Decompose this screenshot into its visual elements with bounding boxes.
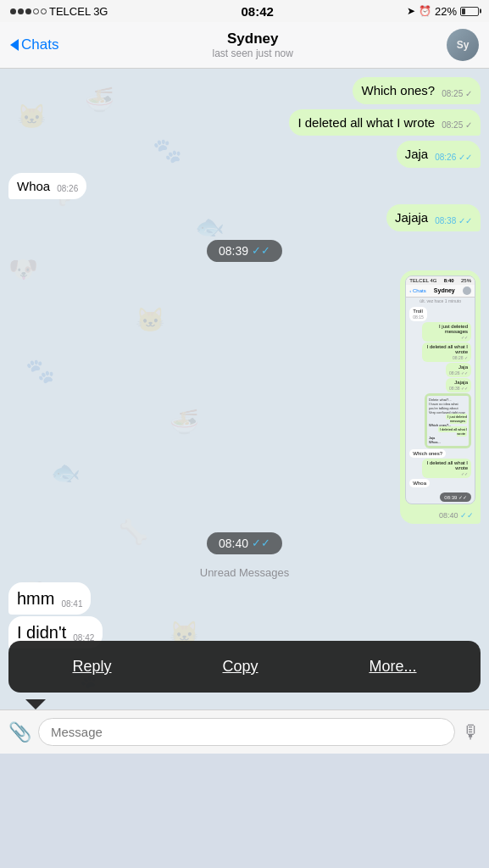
- bubble-inner: I didn't 08:42: [17, 621, 94, 643]
- voice-icon[interactable]: 🎙: [462, 721, 481, 743]
- tick-icon: ✓✓: [252, 537, 270, 549]
- message-bubble[interactable]: Whoa 08:26: [8, 173, 86, 200]
- screenshot-timestamp: 08:40 ✓✓: [400, 509, 481, 524]
- ss-avatar: [463, 287, 471, 295]
- context-menu-bar: Reply Copy More...: [8, 641, 481, 693]
- ss-time: 8:40: [444, 278, 454, 283]
- message-time: 08:26: [57, 183, 78, 194]
- ss-bubble: Whoa: [409, 479, 430, 487]
- message-row: I deleted all what I wrote 08:25 ✓: [8, 109, 481, 136]
- status-time: 08:42: [242, 4, 274, 19]
- context-menu-area: Unread Messages hmm 08:41 I didn't 08:42: [8, 563, 481, 650]
- message-bubble[interactable]: Jaja 08:26 ✓✓: [397, 141, 481, 168]
- message-time: 08:25 ✓: [442, 88, 472, 99]
- ss-msg: I deleted all what I wrote✓✓: [409, 459, 471, 478]
- status-bar: TELCEL 3G 08:42 ➤ ⏰ 22%: [0, 0, 489, 22]
- battery-icon: [460, 7, 479, 16]
- timestamp-text: 08:39: [219, 244, 248, 258]
- message-bubble[interactable]: Which ones? 08:25 ✓: [353, 77, 481, 104]
- screenshot-bubble[interactable]: TELCEL 4G 8:40 25% ‹ Chats Sydney últ. v…: [400, 270, 481, 524]
- ss-msg: Which ones?: [409, 449, 471, 458]
- copy-label[interactable]: Copy: [222, 658, 258, 675]
- messages-container: Which ones? 08:25 ✓ I deleted all what I…: [0, 69, 489, 654]
- ss-statusbar: TELCEL 4G 8:40 25%: [406, 276, 475, 285]
- dot3: [25, 8, 31, 14]
- message-text: Whoa: [17, 178, 50, 195]
- nav-bar: Chats Sydney last seen just now Sy: [0, 22, 489, 69]
- bubble-inner: Whoa 08:26: [17, 178, 78, 195]
- message-text: Jajaja: [395, 209, 428, 226]
- timestamp-bubble: 08:40 ✓✓: [207, 532, 282, 554]
- battery-label: 22%: [435, 5, 457, 18]
- context-arrow-icon: [25, 699, 46, 709]
- message-bubble[interactable]: Jajaja 08:38 ✓✓: [386, 204, 481, 231]
- ss-navbar: ‹ Chats Sydney: [406, 285, 475, 298]
- message-time: 08:38 ✓✓: [435, 215, 472, 226]
- avatar[interactable]: Sy: [447, 29, 479, 61]
- message-time: 08:25 ✓: [442, 120, 472, 131]
- avatar-image: Sy: [447, 29, 479, 61]
- bubble-inner: Jaja 08:26 ✓✓: [405, 146, 472, 163]
- ss-bubble: Troll 08:15: [409, 307, 427, 321]
- timestamp-text: 08:40: [219, 537, 248, 550]
- unread-text: Unread Messages: [200, 566, 290, 579]
- chat-area: 🐱 🐾 🍜 🦴 🐟 🐶 🐱 🐾 🍜 🐟 🦴 🐶 🐱 🐾 Which ones? …: [0, 69, 489, 709]
- message-bubble[interactable]: I deleted all what I wrote 08:25 ✓: [289, 109, 481, 136]
- status-left: TELCEL 3G: [10, 5, 108, 18]
- signal-dots: [10, 8, 47, 14]
- message-row: 08:40 ✓✓: [8, 529, 481, 558]
- message-row: Jajaja 08:38 ✓✓: [8, 204, 481, 231]
- ss-msg: I just deleted messages✓✓: [409, 322, 471, 342]
- dot4: [33, 8, 39, 14]
- bubble-inner: Which ones? 08:25 ✓: [361, 82, 472, 99]
- message-row: Which ones? 08:25 ✓: [8, 77, 481, 104]
- message-time: 08:41: [61, 598, 82, 609]
- ss-msg: I deleted all what I wrote08:28 ✓: [409, 342, 471, 362]
- nav-center: Sydney last seen just now: [58, 31, 447, 59]
- message-text: Which ones?: [361, 82, 435, 99]
- message-text: hmm: [17, 587, 54, 609]
- message-text: I didn't: [17, 621, 66, 643]
- input-bar: 📎 🎙: [0, 709, 489, 754]
- bubble-inner: Jajaja 08:38 ✓✓: [395, 209, 472, 226]
- context-menu: Reply Copy More...: [0, 641, 489, 709]
- ss-bubble: I deleted all what I wrote08:28 ✓: [422, 342, 471, 362]
- ss-msg: Troll 08:15: [409, 307, 471, 321]
- status-right: ➤ ⏰ 22%: [407, 5, 479, 18]
- ss-bubble: I deleted all what I wrote✓✓: [422, 459, 471, 478]
- ss-bubble: Jaja08:26 ✓✓: [446, 363, 471, 377]
- ss-ts-bubble: 08:39 ✓✓: [440, 492, 471, 502]
- message-text: I deleted all what I wrote: [297, 114, 435, 131]
- timestamp-bubble: 08:39 ✓✓: [207, 240, 282, 262]
- reply-label[interactable]: Reply: [72, 658, 111, 675]
- reply-button[interactable]: Reply: [55, 653, 128, 681]
- bubble-inner: I deleted all what I wrote 08:25 ✓: [297, 114, 472, 131]
- message-bubble[interactable]: hmm 08:41: [8, 582, 91, 615]
- ss-bubble: I just deleted messages✓✓: [422, 322, 471, 342]
- ss-carrier: TELCEL 4G: [409, 278, 436, 283]
- ss-msg: Jajaja08:38 ✓✓: [409, 378, 471, 392]
- attach-icon[interactable]: 📎: [8, 721, 31, 743]
- back-button[interactable]: Chats: [10, 36, 58, 53]
- ss-bubble: Jajaja08:38 ✓✓: [446, 378, 471, 392]
- unread-label: Unread Messages: [8, 563, 481, 582]
- message-input[interactable]: [38, 718, 455, 746]
- ss-nested-screenshot: Delete what?... I have no idea what you'…: [409, 393, 471, 448]
- contact-name: Sydney: [58, 31, 447, 47]
- contact-status: last seen just now: [58, 47, 447, 59]
- carrier-label: TELCEL: [49, 5, 91, 18]
- dot2: [18, 8, 24, 14]
- screenshot-inner: TELCEL 4G 8:40 25% ‹ Chats Sydney últ. v…: [405, 275, 475, 504]
- message-row: TELCEL 4G 8:40 25% ‹ Chats Sydney últ. v…: [8, 270, 481, 524]
- copy-button[interactable]: Copy: [205, 653, 275, 681]
- ss-messages: Troll 08:15 I just deleted messages✓✓ I …: [406, 304, 475, 491]
- more-button[interactable]: More...: [352, 653, 433, 681]
- ss-last-seen: últ. vez hace 1 minuto: [406, 298, 475, 304]
- network-label: 3G: [93, 5, 108, 18]
- message-text: Jaja: [405, 146, 429, 163]
- more-label[interactable]: More...: [369, 658, 416, 675]
- ss-bubble: Delete what?... I have no idea what you'…: [425, 393, 471, 448]
- message-row: Whoa 08:26: [8, 173, 481, 200]
- ss-contact: Sydney: [428, 287, 461, 293]
- back-label[interactable]: Chats: [21, 36, 58, 53]
